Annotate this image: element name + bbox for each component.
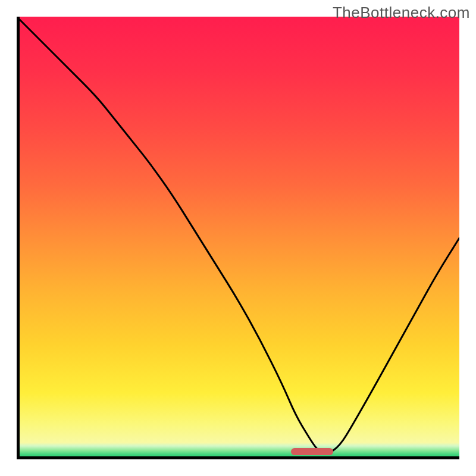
watermark-text: TheBottleneck.com	[333, 4, 470, 22]
optimal-range-marker	[291, 448, 333, 455]
plot-area	[17, 17, 459, 459]
chart-frame: TheBottleneck.com	[0, 0, 476, 476]
bottleneck-curve	[17, 17, 459, 459]
